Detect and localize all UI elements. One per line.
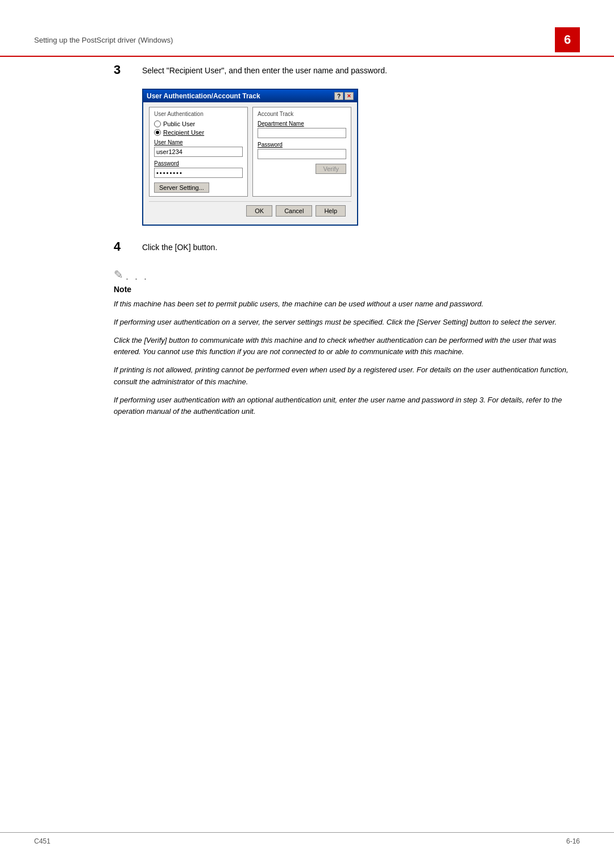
public-user-label: Public User [163,121,195,127]
step-4-number: 4 [114,239,131,254]
dialog-body: User Authentication Public User Recipien… [143,102,357,225]
account-track-panel: Account Track Department Name Password V… [252,107,351,197]
step-3: 3 Select "Recipient User", and then ente… [114,63,580,77]
user-auth-panel: User Authentication Public User Recipien… [149,107,248,197]
dialog-wrapper: User Authentication/Account Track ? ✕ Us… [142,89,580,226]
dialog-footer: OK Cancel Help [149,201,351,220]
account-track-panel-title: Account Track [258,111,346,117]
page-header: Setting up the PostScript driver (Window… [0,27,614,57]
titlebar-buttons: ? ✕ [334,92,354,100]
note-title: Note [114,285,580,294]
public-user-radio[interactable]: Public User [154,121,243,127]
dept-password-label: Password [258,142,346,148]
pencil-icon: ✎ [114,268,123,281]
page-footer: C451 6-16 [0,832,614,845]
chapter-badge: 6 [555,27,580,52]
note-icon-row: ✎ . . . [114,268,580,283]
dialog-titlebar: User Authentication/Account Track ? ✕ [143,90,357,102]
recipient-user-radio[interactable]: Recipient User [154,129,243,136]
note-para-4: If printing is not allowed, printing can… [114,364,580,387]
dept-password-input[interactable] [258,149,346,159]
note-para-1: If this machine has been set to permit p… [114,298,580,310]
dept-password-field: Password [258,142,346,159]
verify-button[interactable]: Verify [316,164,346,174]
footer-left: C451 [34,837,51,845]
username-input[interactable] [154,147,243,157]
cancel-button[interactable]: Cancel [276,205,312,217]
recipient-user-radio-circle[interactable] [154,129,161,136]
note-section: ✎ . . . Note If this machine has been se… [114,268,580,417]
note-dots: . . . [126,271,148,282]
password-label: Password [154,160,243,167]
dept-name-field: Department Name [258,121,346,138]
dept-name-input[interactable] [258,128,346,138]
footer-right: 6-16 [566,837,580,845]
username-label: User Name [154,139,243,146]
ok-button[interactable]: OK [246,205,272,217]
public-user-radio-circle[interactable] [154,121,161,127]
server-setting-button[interactable]: Server Setting... [154,182,209,193]
note-para-3: Click the [Verify] button to communicate… [114,335,580,358]
dept-name-label: Department Name [258,121,346,127]
step-4-text: Click the [OK] button. [142,239,217,254]
user-auth-panel-title: User Authentication [154,111,243,117]
user-auth-dialog: User Authentication/Account Track ? ✕ Us… [142,89,358,226]
step-3-text: Select "Recipient User", and then enter … [142,63,387,77]
note-para-5: If performing user authentication with a… [114,394,580,417]
help-titlebar-button[interactable]: ? [334,92,343,100]
password-input[interactable] [154,168,243,178]
recipient-user-label: Recipient User [163,129,204,136]
step-4: 4 Click the [OK] button. [114,239,580,254]
dialog-title: User Authentication/Account Track [147,92,260,100]
step-3-number: 3 [114,63,131,77]
help-button[interactable]: Help [316,205,346,217]
header-title: Setting up the PostScript driver (Window… [34,36,173,44]
note-para-2: If performing user authentication on a s… [114,317,580,328]
close-titlebar-button[interactable]: ✕ [345,92,354,100]
dialog-panels: User Authentication Public User Recipien… [149,107,351,197]
main-content: 3 Select "Recipient User", and then ente… [114,63,580,424]
radio-group: Public User Recipient User [154,121,243,136]
verify-btn-wrapper: Verify [258,164,346,174]
